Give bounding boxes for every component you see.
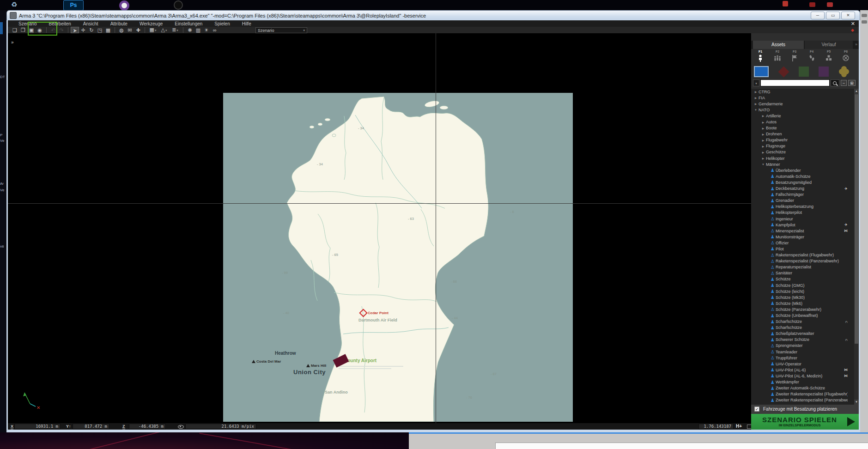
add-icon[interactable]: ✚ bbox=[134, 27, 142, 33]
tabs-overflow-chevron[interactable]: » bbox=[855, 42, 857, 47]
publish-icon[interactable]: ◉ bbox=[36, 27, 44, 33]
close-button[interactable]: ✕ bbox=[841, 12, 855, 19]
tree-item[interactable]: ♟ Scharfschütze bbox=[751, 325, 854, 331]
globe-icon[interactable]: ◍ bbox=[117, 27, 126, 33]
tree-item[interactable]: ♟ Zweiter Automatik-Schütze bbox=[751, 385, 854, 391]
tree-expand-arrow[interactable]: ▶ bbox=[760, 121, 766, 124]
menu-item[interactable]: Ansicht bbox=[77, 21, 104, 26]
menu-item[interactable]: Bearbeiten bbox=[42, 21, 77, 26]
tree-item[interactable]: ♟ Grenadier bbox=[751, 198, 854, 204]
message-icon[interactable]: ✉ bbox=[126, 27, 134, 33]
tree-item[interactable]: ▶ Helikopter bbox=[751, 155, 854, 161]
bars-icon[interactable]: ▥ bbox=[194, 27, 202, 33]
phase-dropdown[interactable]: Szenario ▾ bbox=[255, 27, 307, 33]
grid-dropdown-icon[interactable]: ▦ bbox=[147, 26, 158, 34]
minimize-button[interactable]: ─ bbox=[811, 12, 825, 19]
tree-expand-arrow[interactable]: ▶ bbox=[760, 145, 766, 148]
mode-groups-button[interactable]: F2 bbox=[769, 50, 786, 64]
tree-item[interactable]: ♙ Schütze (Panzerabwehr) bbox=[751, 306, 854, 312]
tree-item[interactable]: ♟ UAV-Pilot (AL-6, Medizin) ⋈ bbox=[751, 373, 854, 379]
tree-item[interactable]: ♟ UAV-Pilot (AL-6) ⋈ bbox=[751, 367, 854, 373]
tree-expand-arrow[interactable]: ▼ bbox=[753, 109, 759, 111]
tree-item[interactable]: ♟ Schütze bbox=[751, 276, 854, 282]
tree-item[interactable]: ♙ Reparaturspezialist bbox=[751, 264, 854, 270]
tree-item[interactable]: ♟ Scharfschütze ∩ bbox=[751, 319, 854, 325]
tree-item[interactable]: ▼ NATO bbox=[751, 107, 854, 113]
faction-blufor-swatch[interactable] bbox=[754, 66, 769, 77]
faction-empty-swatch[interactable] bbox=[839, 69, 844, 74]
tree-item[interactable]: ♟ Schießplatzverwalter bbox=[751, 331, 854, 337]
tree-item[interactable]: ♟ Munitionsträger bbox=[751, 234, 854, 240]
tab-verlauf[interactable]: Verlauf bbox=[805, 41, 853, 49]
tree-item[interactable]: ♟ Überlebender bbox=[751, 167, 854, 173]
window-titlebar[interactable]: Arma 3 "C:\Program Files (x86)\Steam\ste… bbox=[6, 10, 860, 20]
tree-expand-arrow[interactable]: ▶ bbox=[753, 102, 759, 105]
tree-item[interactable]: ▶ Gendarmerie bbox=[751, 101, 854, 107]
collapse-all-button[interactable]: − bbox=[841, 80, 847, 86]
tree-item[interactable]: ▶ FIA bbox=[751, 95, 854, 101]
tree-item[interactable]: ♟ Schütze (GMG) bbox=[751, 282, 854, 288]
list-dropdown-icon[interactable]: ≣ bbox=[170, 26, 181, 34]
tree-item[interactable]: ♙ Ingenieur bbox=[751, 216, 854, 222]
tree-item[interactable]: ♟ Kampfpilot ✈ bbox=[751, 222, 854, 228]
search-filter-dropdown[interactable]: ▾ bbox=[753, 79, 759, 86]
crew-checkbox[interactable]: ✓ bbox=[754, 407, 759, 412]
tree-item[interactable]: ♙ Truppführer bbox=[751, 355, 854, 361]
tree-item[interactable]: ▶ Artillerie bbox=[751, 113, 854, 119]
tree-item[interactable]: ▶ Geschütze bbox=[751, 149, 854, 155]
menu-item[interactable]: Hilfe bbox=[236, 21, 257, 26]
tree-item[interactable]: ♙ Raketenspezialist (Panzerabwehr) bbox=[751, 258, 854, 264]
tree-item[interactable]: ♟ Helikopterpilot bbox=[751, 210, 854, 216]
tree-item[interactable]: ♟ Deckbesatzung ✈ bbox=[751, 186, 854, 192]
mode-triggers-button[interactable]: F6 bbox=[838, 50, 854, 64]
mode-markers-button[interactable]: F3 bbox=[786, 50, 803, 64]
tree-expand-arrow[interactable]: ▶ bbox=[760, 127, 766, 130]
tree-item[interactable]: ♟ Pilot bbox=[751, 246, 854, 252]
tree-expand-arrow[interactable]: ▼ bbox=[760, 163, 766, 166]
tree-item[interactable]: ▶ Flugabwehr bbox=[751, 137, 854, 143]
tree-item[interactable]: ♙ Sprengmeister bbox=[751, 343, 854, 349]
redo-icon[interactable]: ↷ bbox=[57, 27, 66, 33]
tree-expand-arrow[interactable]: ▶ bbox=[760, 114, 766, 117]
tree-item[interactable]: ♟ UAV-Operator bbox=[751, 361, 854, 367]
tree-item[interactable]: ♟ Schütze (Unbewaffnet) bbox=[751, 312, 854, 318]
tree-item[interactable]: ♟ Schütze (Mk6) bbox=[751, 300, 854, 306]
tree-item[interactable]: ▶ Drohnen bbox=[751, 131, 854, 137]
tree-item[interactable]: ▼ Männer bbox=[751, 161, 854, 167]
menu-item[interactable]: Attribute bbox=[104, 21, 134, 26]
tab-assets[interactable]: Assets bbox=[753, 41, 804, 49]
tree-item[interactable]: ▶ Flugzeuge bbox=[751, 143, 854, 149]
undo-icon[interactable]: ↶ bbox=[49, 27, 57, 33]
tree-item[interactable]: ♙ Raketenspezialist (Flugabwehr) bbox=[751, 252, 854, 258]
tree-item[interactable]: ♟ Helikopterbesatzung bbox=[751, 204, 854, 210]
mode-modules-button[interactable]: F5 bbox=[820, 50, 837, 64]
save-icon[interactable]: ▣ bbox=[27, 27, 36, 33]
cone-dropdown-icon[interactable]: △ bbox=[158, 26, 170, 34]
tree-item[interactable]: ♟ Zweiter Raketenspezialist (Flugabwehr) bbox=[751, 391, 854, 397]
tree-expand-arrow[interactable]: ▶ bbox=[753, 90, 759, 93]
fog-icon[interactable]: ∞ bbox=[211, 27, 219, 33]
mode-units-button[interactable]: F1 bbox=[752, 50, 769, 64]
menu-item[interactable]: Werkzeuge bbox=[134, 21, 169, 26]
photoshop-icon[interactable]: Ps bbox=[63, 0, 84, 11]
sun-icon[interactable]: ☀ bbox=[202, 27, 211, 33]
tree-item[interactable]: ♟ Schwerer Schütze ∩ bbox=[751, 337, 854, 343]
menu-item[interactable]: Spielen bbox=[208, 21, 236, 26]
tree-item[interactable]: ♟ Zweiter Raketenspezialist (Panzerabweh… bbox=[751, 397, 854, 403]
tree-expand-arrow[interactable]: ▶ bbox=[760, 157, 766, 160]
tree-item[interactable]: ♟ Automatik-Schütze bbox=[751, 173, 854, 179]
dark-app-icon[interactable] bbox=[174, 0, 183, 10]
map-viewport[interactable]: » bbox=[8, 33, 751, 423]
recycle-bin-icon[interactable]: ♻ bbox=[11, 0, 17, 9]
scale-tool-icon[interactable]: ◳ bbox=[96, 27, 104, 33]
translate-tool-icon[interactable]: ✛ bbox=[79, 27, 87, 33]
tree-item[interactable]: ▶ CTRG bbox=[751, 89, 854, 95]
scrollbar-thumb[interactable] bbox=[855, 94, 858, 344]
scroll-down-icon[interactable]: ▼ bbox=[854, 400, 859, 405]
tree-item[interactable]: ▶ Autos bbox=[751, 119, 854, 125]
tree-item[interactable]: ♙ Sanitäter bbox=[751, 270, 854, 276]
tree-expand-arrow[interactable]: ▶ bbox=[760, 139, 766, 142]
select-tool-icon[interactable]: ➤ bbox=[71, 27, 79, 33]
marquee-tool-icon[interactable]: ▦ bbox=[104, 27, 112, 33]
tree-item[interactable]: ♙ Teamleader bbox=[751, 349, 854, 355]
